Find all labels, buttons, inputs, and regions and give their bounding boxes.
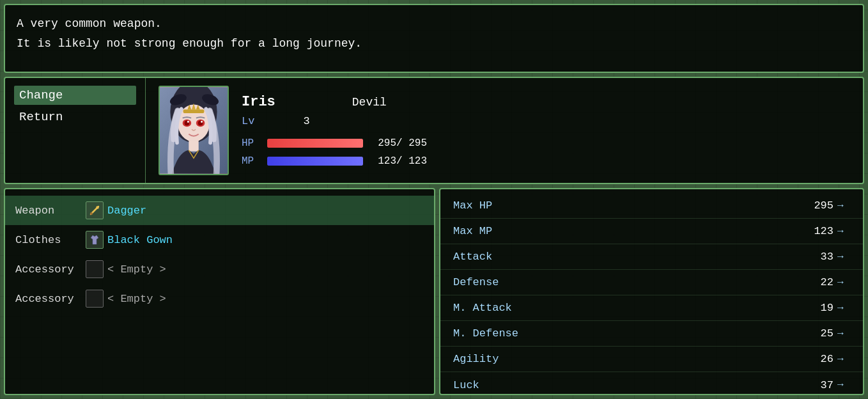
stat-value-7: 37 (802, 379, 833, 391)
svg-point-13 (187, 121, 189, 123)
equip-icon-2 (86, 260, 104, 278)
stat-row-6: Agility26→ (440, 347, 863, 372)
equip-row-0[interactable]: WeaponDagger (5, 196, 434, 225)
stat-row-4: M. Attack19→ (440, 295, 863, 321)
svg-point-18 (90, 212, 93, 215)
stat-value-4: 19 (802, 302, 833, 314)
level-label: Lv (242, 115, 254, 127)
stat-value-3: 22 (802, 276, 833, 288)
description-box: A very common weapon. It is likely not s… (4, 4, 864, 73)
stat-arrow-7: → (837, 379, 850, 391)
equip-name-3: < Empty > (107, 293, 424, 305)
equip-slot-label-0: Weapon (15, 205, 86, 217)
stat-value-1: 123 (802, 225, 833, 237)
stat-name-4: M. Attack (453, 302, 802, 314)
stat-row-3: Defense22→ (440, 270, 863, 295)
stat-arrow-0: → (837, 200, 850, 212)
stat-name-2: Attack (453, 251, 802, 263)
equip-name-1: Black Gown (107, 234, 424, 246)
stat-value-0: 295 (802, 199, 833, 212)
equip-slot-label-2: Accessory (15, 263, 86, 276)
equip-name-0: Dagger (107, 205, 424, 217)
equip-icon-3 (86, 290, 104, 308)
stat-name-7: Luck (453, 379, 802, 391)
mp-bar-bg (267, 157, 363, 166)
stat-arrow-1: → (837, 226, 850, 237)
svg-rect-15 (189, 140, 198, 151)
stat-arrow-3: → (837, 277, 850, 288)
character-stats-block: Iris Devil Lv 3 HP 295/ 295 MP (242, 94, 427, 167)
stats-panel: Max HP295→Max MP123→Attack33→Defense22→M… (439, 188, 864, 395)
stat-arrow-5: → (837, 328, 850, 340)
svg-rect-5 (183, 109, 205, 113)
equip-icon-1 (86, 231, 104, 249)
mp-bar-fill (267, 157, 363, 166)
hp-bar-fill (267, 139, 363, 148)
char-name: Iris (242, 94, 275, 110)
stat-arrow-4: → (837, 302, 850, 314)
stat-row-0: Max HP295→ (440, 193, 863, 219)
stat-name-6: Agility (453, 353, 802, 365)
bottom-panels: WeaponDaggerClothesBlack GownAccessory< … (4, 188, 864, 395)
equipment-panel: WeaponDaggerClothesBlack GownAccessory< … (4, 188, 435, 395)
equip-slot-label-3: Accessory (15, 293, 86, 305)
char-class: Devil (352, 96, 387, 109)
mp-label: MP (242, 155, 261, 167)
stat-arrow-6: → (837, 354, 850, 365)
stat-name-0: Max HP (453, 199, 802, 212)
stat-row-7: Luck37→ (440, 372, 863, 398)
stat-value-2: 33 (802, 251, 833, 263)
stat-row-5: M. Defense25→ (440, 321, 863, 347)
stat-row-1: Max MP123→ (440, 219, 863, 244)
stat-value-6: 26 (802, 353, 833, 365)
equip-row-3[interactable]: Accessory< Empty > (5, 284, 434, 313)
stat-name-5: M. Defense (453, 327, 802, 340)
stat-value-5: 25 (802, 327, 833, 340)
equip-icon-0 (86, 201, 104, 219)
equip-row-1[interactable]: ClothesBlack Gown (5, 225, 434, 254)
hp-label: HP (242, 137, 261, 149)
description-text: A very common weapon. It is likely not s… (17, 14, 851, 53)
equip-row-2[interactable]: Accessory< Empty > (5, 254, 434, 284)
menu-options: Change Return (5, 78, 146, 183)
character-panel: Change Return (4, 77, 864, 184)
hp-value: 295/ 295 (369, 137, 427, 149)
mp-value: 123/ 123 (369, 155, 427, 167)
stat-name-1: Max MP (453, 225, 802, 237)
character-portrait (159, 86, 229, 175)
svg-point-14 (201, 121, 203, 123)
level-value: 3 (303, 115, 309, 127)
menu-option-change[interactable]: Change (14, 86, 136, 105)
menu-option-return[interactable]: Return (14, 107, 136, 127)
stat-name-3: Defense (453, 276, 802, 288)
hp-bar-bg (267, 139, 363, 148)
stat-arrow-2: → (837, 251, 850, 263)
stat-row-2: Attack33→ (440, 244, 863, 270)
character-info: Iris Devil Lv 3 HP 295/ 295 MP (146, 78, 863, 183)
equip-slot-label-1: Clothes (15, 234, 86, 246)
equip-name-2: < Empty > (107, 263, 424, 276)
